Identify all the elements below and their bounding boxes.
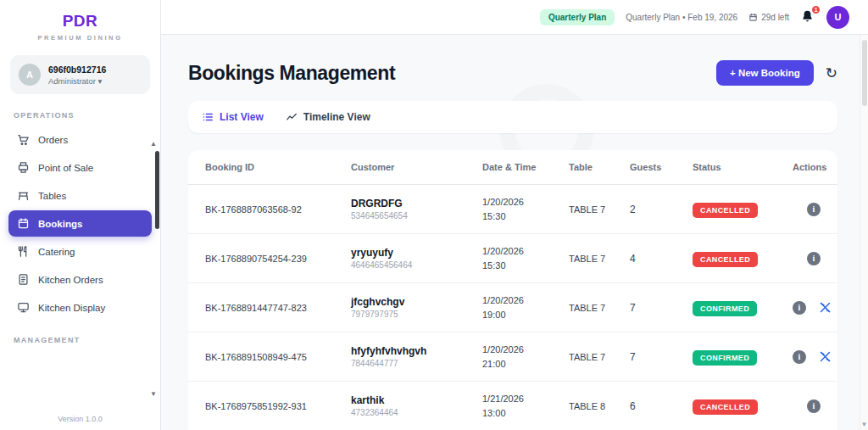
column-header: Booking ID [205, 162, 351, 172]
table-icon [17, 189, 30, 202]
bookings-table: Booking ID Customer Date & Time Table Gu… [188, 150, 837, 430]
days-left: 29d left [748, 13, 789, 22]
sidebar-item-orders[interactable]: Orders [8, 126, 152, 153]
sidebar-item-label: Kitchen Display [38, 303, 105, 313]
sidebar-item-catering[interactable]: Catering [8, 238, 152, 265]
booking-time: 21:00 [482, 357, 569, 371]
page-scroll-down-icon[interactable]: ▼ [860, 421, 868, 428]
new-booking-button[interactable]: + New Booking [716, 60, 814, 86]
booking-date: 1/20/2026 [482, 195, 569, 209]
info-icon[interactable]: i [793, 350, 806, 364]
display-icon [17, 301, 30, 314]
status-cell: CONFIRMED [693, 299, 793, 316]
guest-count: 6 [630, 400, 693, 412]
tab-timeline-view[interactable]: Timeline View [286, 111, 370, 123]
plan-badge: Quarterly Plan [540, 9, 615, 25]
customer-cell: karthik 4732364464 [351, 394, 482, 417]
utensils-icon [17, 245, 30, 258]
app-logo: PDR [0, 12, 160, 31]
booking-date: 1/21/2026 [482, 392, 569, 406]
info-icon[interactable]: i [807, 399, 821, 413]
table-row[interactable]: BK-1768890754254-239 yryuyufy 4646465456… [188, 234, 837, 283]
tab-list-view[interactable]: List View [202, 111, 264, 123]
sidebar-item-kitchen-display[interactable]: Kitchen Display [8, 294, 152, 321]
document-icon [17, 273, 30, 286]
plan-info-text: Quarterly Plan • Feb 19, 2026 [626, 13, 737, 22]
table-number: TABLE 8 [569, 401, 630, 411]
table-row[interactable]: BK-1768887063568-92 DRGRDFG 534645654654… [188, 185, 837, 234]
info-icon[interactable]: i [807, 252, 821, 265]
table-row[interactable]: BK-1768975851992-931 karthik 4732364464 … [188, 382, 837, 430]
sidebar-scrollbar[interactable] [155, 151, 159, 229]
logo-block: PDR PREMIUM DINING [0, 0, 160, 42]
utensils-crossed-icon[interactable] [818, 301, 832, 315]
actions-cell: i [793, 252, 821, 265]
sidebar-item-bookings[interactable]: Bookings [8, 210, 152, 237]
sidebar-item-tables[interactable]: Tables [8, 182, 152, 209]
main-content: Bookings Management + New Booking ↻ List… [161, 35, 860, 430]
customer-phone: 4732364464 [351, 408, 482, 417]
guest-count: 7 [630, 351, 693, 363]
date-time-cell: 1/21/2026 13:00 [482, 392, 569, 420]
notifications-button[interactable]: 1 [800, 9, 815, 25]
column-header: Actions [793, 162, 826, 172]
actions-cell: i [793, 203, 821, 216]
view-tabs: List View Timeline View [188, 101, 837, 133]
sidebar: PDR PREMIUM DINING A 696f0b912716 Admini… [0, 0, 161, 430]
list-icon [202, 111, 214, 123]
sidebar-item-label: Kitchen Orders [38, 275, 103, 285]
booking-date: 1/20/2026 [482, 343, 569, 357]
page-scrollbar[interactable]: ▼ [860, 35, 868, 430]
guest-count: 7 [630, 302, 693, 314]
customer-name: DRGRDFG [351, 198, 482, 209]
notification-count-badge: 1 [810, 4, 821, 15]
sidebar-item-label: Tables [38, 191, 66, 201]
column-header: Status [693, 162, 793, 172]
status-badge: CANCELLED [693, 399, 758, 415]
status-badge: CONFIRMED [693, 301, 757, 316]
booking-id: BK-1768891508949-475 [205, 352, 351, 362]
column-header: Table [569, 162, 630, 172]
info-icon[interactable]: i [793, 301, 806, 315]
table-number: TABLE 7 [569, 303, 630, 313]
section-operations: OPERATIONS [0, 98, 160, 125]
section-management: MANAGEMENT [0, 322, 160, 349]
sidebar-scroll-down-icon[interactable]: ▼ [150, 391, 157, 398]
utensils-crossed-icon[interactable] [818, 350, 832, 364]
booking-id: BK-1768887063568-92 [205, 204, 351, 215]
info-icon[interactable]: i [807, 203, 821, 216]
customer-name: jfcghvchgv [351, 296, 482, 308]
customer-phone: 534645654654 [351, 211, 482, 221]
table-number: TABLE 7 [569, 352, 630, 362]
booking-time: 19:00 [482, 308, 569, 322]
table-row[interactable]: BK-1768891447747-823 jfcghvchgv 79797979… [188, 283, 837, 332]
status-cell: CANCELLED [693, 398, 793, 415]
table-row[interactable]: BK-1768891508949-475 hfyfyhfvhvhgvh 7844… [188, 332, 837, 382]
tab-label: Timeline View [303, 111, 370, 123]
user-menu-avatar[interactable]: U [826, 6, 849, 29]
timeline-icon [286, 111, 298, 123]
customer-cell: DRGRDFG 534645654654 [351, 198, 482, 221]
booking-time: 13:00 [482, 406, 569, 421]
actions-cell: i [793, 399, 821, 413]
customer-cell: yryuyufy 4646465456464 [351, 247, 482, 270]
column-header: Guests [630, 162, 693, 172]
sidebar-item-label: Point of Sale [38, 163, 93, 173]
user-name: 696f0b912716 [48, 64, 106, 75]
customer-name: karthik [351, 394, 482, 406]
sidebar-scroll-up-icon[interactable]: ▲ [150, 141, 157, 148]
page-scrollbar-thumb[interactable] [862, 40, 867, 106]
booking-id: BK-1768975851992-931 [205, 401, 351, 411]
refresh-icon[interactable]: ↻ [826, 66, 837, 81]
tab-label: List View [220, 111, 264, 123]
pos-icon [17, 161, 30, 174]
booking-time: 15:30 [482, 209, 569, 224]
sidebar-item-point-of-sale[interactable]: Point of Sale [8, 154, 152, 181]
date-time-cell: 1/20/2026 15:30 [482, 244, 569, 272]
column-header: Date & Time [482, 162, 569, 172]
user-card[interactable]: A 696f0b912716 Administrator ▾ [10, 55, 150, 94]
cart-icon [17, 133, 30, 146]
page-title: Bookings Management [188, 62, 395, 85]
user-role[interactable]: Administrator ▾ [48, 76, 106, 86]
sidebar-item-kitchen-orders[interactable]: Kitchen Orders [8, 266, 152, 293]
